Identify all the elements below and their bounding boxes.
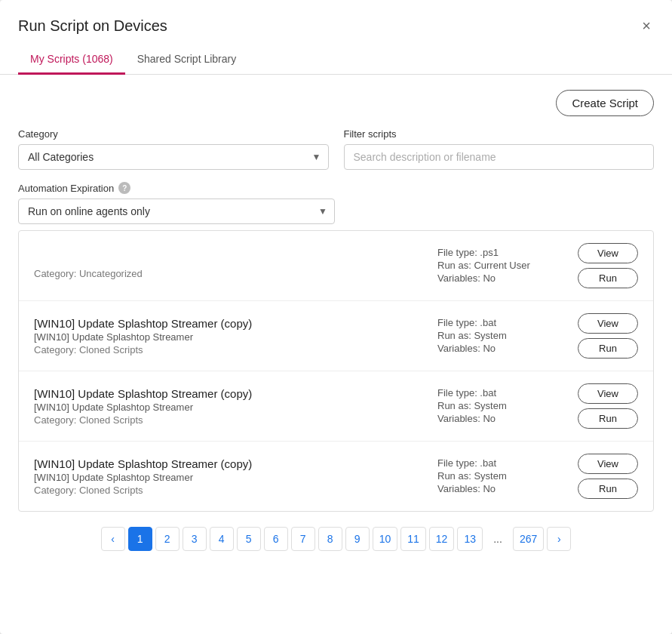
run-as-4: Run as: System (437, 470, 566, 482)
search-input[interactable] (344, 144, 655, 170)
pagination-page-267[interactable]: 267 (513, 527, 544, 551)
automation-group: Automation Expiration ? Run on online ag… (18, 182, 335, 224)
toolbar: Create Script (18, 90, 654, 116)
script-info-3: [WIN10] Update Splashtop Streamer (copy)… (34, 387, 437, 426)
filter-scripts-label: Filter scripts (344, 128, 655, 140)
script-category-4: Category: Cloned Scripts (34, 485, 437, 496)
pagination-page-12[interactable]: 12 (429, 527, 455, 551)
category-select-wrapper: All Categories ▼ (18, 144, 329, 170)
automation-label: Automation Expiration (18, 183, 114, 194)
variables-4: Variables: No (437, 483, 566, 494)
pagination-page-2[interactable]: 2 (155, 527, 180, 551)
pagination: ‹ 1 2 3 4 5 6 7 8 9 10 11 12 13 ... 267 … (18, 512, 654, 563)
script-title-4: [WIN10] Update Splashtop Streamer (copy) (34, 457, 437, 470)
script-subtitle-4: [WIN10] Update Splashtop Streamer (34, 472, 437, 483)
modal-header: Run Script on Devices × (0, 0, 672, 36)
close-button[interactable]: × (639, 15, 654, 36)
pagination-page-13[interactable]: 13 (457, 527, 483, 551)
run-as-3: Run as: System (437, 400, 566, 411)
automation-help-icon: ? (118, 182, 130, 194)
script-info-2: [WIN10] Update Splashtop Streamer (copy)… (34, 317, 437, 355)
pagination-page-8[interactable]: 8 (318, 527, 342, 551)
pagination-page-4[interactable]: 4 (210, 527, 234, 551)
view-button-2[interactable]: View (578, 313, 638, 334)
script-category-2: Category: Cloned Scripts (34, 344, 437, 355)
script-item-4: [WIN10] Update Splashtop Streamer (copy)… (19, 442, 653, 511)
file-type-3: File type: .bat (437, 387, 566, 399)
run-button-3[interactable]: Run (578, 408, 638, 429)
view-button-4[interactable]: View (578, 454, 638, 474)
pagination-page-5[interactable]: 5 (237, 527, 261, 551)
run-as-2: Run as: System (437, 330, 566, 341)
automation-select[interactable]: Run on online agents only (18, 199, 335, 224)
search-filter-group: Filter scripts (344, 128, 655, 170)
script-actions-2: View Run (578, 313, 638, 359)
pagination-page-6[interactable]: 6 (264, 527, 288, 551)
script-info-4: [WIN10] Update Splashtop Streamer (copy)… (34, 457, 437, 496)
pagination-page-7[interactable]: 7 (291, 527, 315, 551)
file-type-1: File type: .ps1 (437, 247, 566, 258)
pagination-next[interactable]: › (547, 527, 571, 551)
script-meta-3: File type: .bat Run as: System Variables… (437, 387, 566, 426)
script-actions-1: View Run (578, 243, 638, 288)
automation-row: Automation Expiration ? (18, 182, 335, 194)
run-button-4[interactable]: Run (578, 479, 638, 499)
run-button-1[interactable]: Run (578, 268, 638, 288)
script-category-3: Category: Cloned Scripts (34, 414, 437, 426)
script-meta-4: File type: .bat Run as: System Variables… (437, 457, 566, 496)
pagination-page-1[interactable]: 1 (128, 527, 152, 551)
tab-shared-library[interactable]: Shared Script Library (125, 45, 249, 75)
variables-2: Variables: No (437, 343, 566, 354)
pagination-page-3[interactable]: 3 (183, 527, 207, 551)
variables-1: Variables: No (437, 272, 566, 284)
run-button-2[interactable]: Run (578, 338, 638, 359)
script-subtitle-2: [WIN10] Update Splashtop Streamer (34, 331, 437, 343)
script-subtitle-3: [WIN10] Update Splashtop Streamer (34, 402, 437, 413)
script-actions-3: View Run (578, 383, 638, 429)
modal-title: Run Script on Devices (18, 17, 167, 35)
filters-row: Category All Categories ▼ Filter scripts (18, 128, 654, 170)
tab-my-scripts[interactable]: My Scripts (1068) (18, 45, 125, 75)
tabs-bar: My Scripts (1068) Shared Script Library (0, 45, 672, 75)
view-button-1[interactable]: View (578, 243, 638, 263)
view-button-3[interactable]: View (578, 383, 638, 404)
script-item-3: [WIN10] Update Splashtop Streamer (copy)… (19, 371, 653, 442)
file-type-2: File type: .bat (437, 317, 566, 328)
pagination-page-10[interactable]: 10 (373, 527, 398, 551)
script-item-1: Category: Uncategorized File type: .ps1 … (19, 231, 653, 301)
pagination-page-9[interactable]: 9 (345, 527, 370, 551)
scripts-list: Category: Uncategorized File type: .ps1 … (18, 230, 654, 512)
script-title-1 (34, 253, 437, 266)
script-info-1: Category: Uncategorized (34, 253, 437, 279)
pagination-page-11[interactable]: 11 (400, 527, 426, 551)
category-select[interactable]: All Categories (18, 144, 329, 170)
modal: Run Script on Devices × My Scripts (1068… (0, 0, 672, 634)
modal-body: Create Script Category All Categories ▼ … (0, 75, 672, 634)
pagination-dots: ... (486, 527, 510, 551)
category-filter-group: Category All Categories ▼ (18, 128, 329, 170)
run-as-1: Run as: Current User (437, 260, 566, 271)
script-title-3: [WIN10] Update Splashtop Streamer (copy) (34, 387, 437, 400)
automation-select-wrapper: Run on online agents only ▼ (18, 199, 335, 224)
script-meta-2: File type: .bat Run as: System Variables… (437, 317, 566, 355)
pagination-prev[interactable]: ‹ (101, 527, 125, 551)
script-item-2: [WIN10] Update Splashtop Streamer (copy)… (19, 301, 653, 371)
create-script-button[interactable]: Create Script (556, 90, 654, 116)
file-type-4: File type: .bat (437, 457, 566, 469)
script-category-1: Category: Uncategorized (34, 268, 437, 279)
category-label: Category (18, 128, 329, 140)
script-meta-1: File type: .ps1 Run as: Current User Var… (437, 247, 566, 285)
script-title-2: [WIN10] Update Splashtop Streamer (copy) (34, 317, 437, 330)
script-actions-4: View Run (578, 454, 638, 499)
variables-3: Variables: No (437, 413, 566, 424)
